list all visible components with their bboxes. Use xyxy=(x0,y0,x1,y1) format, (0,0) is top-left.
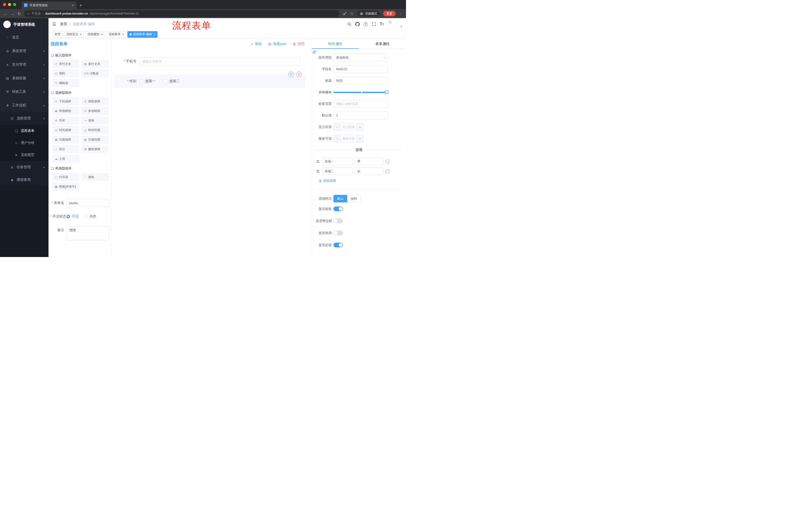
sidebar-item-task-management[interactable]: ⋔ 任务管理 ∨ xyxy=(0,161,49,173)
drag-handle-icon[interactable] xyxy=(316,169,320,173)
palette-item-upload[interactable]: ☁上传 xyxy=(53,155,79,162)
avatar-caret-icon[interactable]: ∨ xyxy=(401,25,402,28)
palette-item-counter[interactable]: 123计数器 xyxy=(82,70,108,77)
avatar[interactable] xyxy=(388,20,397,29)
remove-option-button[interactable]: − xyxy=(385,159,390,164)
github-icon[interactable] xyxy=(355,22,360,26)
palette-item-select[interactable]: ⊙下拉选择 xyxy=(53,98,79,105)
hamburger-icon[interactable]: ☰ xyxy=(52,22,56,27)
tag-process-form-edit[interactable]: 流程表单-编辑 × xyxy=(127,31,157,38)
phone-field-input[interactable] xyxy=(140,57,300,65)
increase-button[interactable]: + xyxy=(356,124,363,131)
option-1-value-input[interactable] xyxy=(355,158,383,165)
form-grid-slider[interactable] xyxy=(334,88,388,96)
copy-widget-button[interactable] xyxy=(288,72,294,77)
slider-handle[interactable] xyxy=(385,90,389,94)
palette-item-table[interactable]: ▩表格[开发中] xyxy=(53,183,79,190)
sidebar-item-payment-management[interactable]: ¥ 支付管理 ∨ xyxy=(0,58,49,72)
min-select-stepper[interactable]: − 至少应选 + xyxy=(334,123,364,131)
palette-item-password[interactable]: ⊡密码 xyxy=(53,70,79,77)
palette-item-date-picker[interactable]: ▦日期选择 xyxy=(53,136,79,143)
palette-item-checkbox-group[interactable]: ☑多选框组 xyxy=(82,107,108,115)
title-input[interactable] xyxy=(334,77,388,84)
browser-menu-icon[interactable]: ⋮ xyxy=(399,11,403,16)
tag-process-form[interactable]: 流程表单 × xyxy=(106,31,126,38)
palette-item-button[interactable]: ☞按钮 xyxy=(82,173,108,181)
sidebar-item-system-management[interactable]: ⚙ 系统管理 ∨ xyxy=(0,44,49,58)
required-toggle[interactable] xyxy=(334,243,343,247)
tag-process-definition[interactable]: 流程定义 × xyxy=(64,31,84,38)
sidebar-item-workflow[interactable]: ❖ 工作流程 ∧ xyxy=(0,99,49,112)
palette-item-single-line-text[interactable]: ▭单行文本 xyxy=(53,60,79,67)
browser-tab[interactable]: 芋道管理系统 × xyxy=(22,1,76,9)
delete-widget-button[interactable] xyxy=(296,72,302,77)
option-2-value-input[interactable] xyxy=(355,167,383,175)
palette-item-rich-editor[interactable]: ✎编辑器 xyxy=(53,79,79,87)
label-width-input[interactable] xyxy=(334,100,388,108)
sidebar-item-process-model[interactable]: ➤ 流程模型 xyxy=(0,149,49,161)
border-toggle[interactable] xyxy=(334,218,343,223)
default-value-input[interactable] xyxy=(334,112,388,119)
clear-button[interactable]: 清空 xyxy=(292,42,304,46)
status-on-radio[interactable]: 开启 xyxy=(66,213,79,220)
sidebar-item-leave-query[interactable]: ☻ 请假查询 xyxy=(0,173,49,186)
style-default-button[interactable]: 默认 xyxy=(334,195,347,202)
drag-handle-icon[interactable] xyxy=(316,159,320,164)
palette-item-row-container[interactable]: ▢行容器 xyxy=(53,173,79,181)
option-2-label-input[interactable] xyxy=(322,167,353,175)
minimize-window-button[interactable] xyxy=(8,3,11,6)
field-link-icon[interactable] xyxy=(312,50,317,54)
min-select-value[interactable]: 至少应选 xyxy=(341,124,356,131)
key-icon[interactable] xyxy=(343,11,347,16)
close-tab-icon[interactable]: × xyxy=(72,3,74,7)
tab-form-props[interactable]: 表单属性 xyxy=(359,39,406,49)
palette-item-switch[interactable]: ⊖开关 xyxy=(53,117,79,124)
field-name-input[interactable] xyxy=(334,65,388,73)
gender-field-widget[interactable]: *性别 选项一 选项二 xyxy=(114,75,305,88)
close-window-button[interactable] xyxy=(3,3,6,6)
sidebar-item-user-group[interactable]: ☺ 用户分组 xyxy=(0,137,49,149)
palette-item-cascader[interactable]: ⋔级联选择 xyxy=(82,98,108,105)
max-select-stepper[interactable]: − 最多可选 + xyxy=(334,135,364,142)
palette-item-time-range-picker[interactable]: ◶时间范围 xyxy=(82,126,108,134)
sidebar-item-infrastructure[interactable]: ▤ 基础设施 ∨ xyxy=(0,72,49,85)
status-off-radio[interactable]: 关闭 xyxy=(84,213,96,220)
bookmark-star-icon[interactable]: ☆ xyxy=(350,11,353,16)
address-bar[interactable]: ⚠ 不安全 | dashboard.yudao.iocoder.cn/bpm/m… xyxy=(24,10,340,17)
sidebar-item-dev-tools[interactable]: ⚒ 研发工具 ∨ xyxy=(0,85,49,99)
form-remark-input[interactable]: 嘿嘿 xyxy=(66,226,109,240)
breadcrumb-home[interactable]: 首页 xyxy=(60,22,67,26)
sidebar-item-process-form[interactable]: ❏ 流程表单 xyxy=(0,125,49,137)
gender-option-1-checkbox[interactable]: 选项一 xyxy=(140,79,155,83)
gender-option-2-checkbox[interactable]: 选项二 xyxy=(164,79,180,83)
palette-item-slider[interactable]: ⊸滑块 xyxy=(82,117,108,124)
tab-component-props[interactable]: 组件属性 xyxy=(312,39,359,49)
component-type-select[interactable]: 多选框组 ∨ xyxy=(334,54,388,61)
palette-item-color-picker[interactable]: ✿颜色选择 xyxy=(82,145,108,153)
canvas-body[interactable]: *手机号 xyxy=(112,49,312,257)
remove-option-button[interactable]: − xyxy=(385,169,390,173)
reload-button[interactable]: ↻ xyxy=(18,12,21,16)
max-select-value[interactable]: 最多可选 xyxy=(341,135,356,142)
sidebar-item-process-management[interactable]: ☰ 流程管理 ∧ xyxy=(0,112,49,125)
close-icon[interactable]: × xyxy=(80,33,82,36)
search-icon[interactable] xyxy=(347,22,351,26)
new-tab-button[interactable]: + xyxy=(79,3,82,8)
form-name-input[interactable] xyxy=(66,199,109,207)
tag-home[interactable]: 首页 xyxy=(52,31,63,38)
view-json-button[interactable]: 查看json xyxy=(268,42,286,46)
tag-process-model[interactable]: 流程模型 × xyxy=(85,31,105,38)
palette-item-date-range-picker[interactable]: ▧日期范围 xyxy=(82,136,108,143)
sidebar-item-home[interactable]: ◔ 首页 xyxy=(0,31,49,44)
palette-item-rate[interactable]: ☆评分 xyxy=(53,145,79,153)
add-option-button[interactable]: ⊕ 添加选项 xyxy=(319,179,402,183)
decrease-button[interactable]: − xyxy=(334,135,341,142)
close-icon[interactable]: × xyxy=(153,33,155,36)
show-label-toggle[interactable] xyxy=(334,207,343,211)
decrease-button[interactable]: − xyxy=(334,124,341,131)
palette-item-textarea[interactable]: ▤多行文本 xyxy=(82,60,108,67)
help-icon[interactable]: ? xyxy=(364,22,368,26)
option-1-label-input[interactable] xyxy=(322,158,353,165)
window-controls[interactable] xyxy=(3,0,18,9)
palette-item-time-picker[interactable]: ◷时间选择 xyxy=(53,126,79,134)
